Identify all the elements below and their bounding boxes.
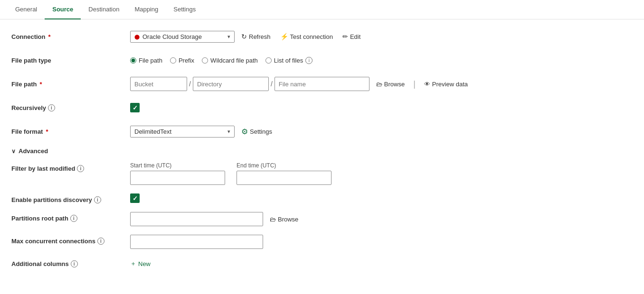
recursively-info-icon: i xyxy=(48,104,55,111)
advanced-chevron: ∨ xyxy=(11,148,16,155)
connection-controls: ⬤ Oracle Cloud Storage ▾ ↻ Refresh ⚡ Tes… xyxy=(130,31,363,43)
recursively-checkbox-container xyxy=(130,103,140,112)
browse-icon: 🗁 xyxy=(376,81,382,88)
filter-info-icon: i xyxy=(77,165,84,172)
path-sep-2: / xyxy=(271,80,273,88)
connection-dropdown-value: Oracle Cloud Storage xyxy=(142,33,225,40)
start-time-field: Start time (UTC) xyxy=(130,162,225,185)
form-body: Connection* ⬤ Oracle Cloud Storage ▾ ↻ R… xyxy=(0,19,644,288)
edit-button[interactable]: ✏ Edit xyxy=(340,31,363,42)
max-connections-label: Max concurrent connections i xyxy=(11,235,130,245)
filter-label: Filter by last modified i xyxy=(11,162,130,172)
advanced-header[interactable]: ∨ Advanced xyxy=(11,147,633,155)
preview-data-button[interactable]: 👁 Preview data xyxy=(421,79,471,90)
test-icon: ⚡ xyxy=(280,33,288,40)
refresh-icon: ↻ xyxy=(241,33,247,40)
file-format-row: File format* DelimitedText ▾ ⚙ Settings xyxy=(11,124,633,139)
recursively-checkbox[interactable] xyxy=(130,103,140,112)
browse-button[interactable]: 🗁 Browse xyxy=(373,79,407,90)
partitions-row: Enable partitions discovery i xyxy=(11,193,633,203)
additional-columns-controls: ＋ New xyxy=(130,257,151,270)
tab-general[interactable]: General xyxy=(8,0,45,19)
file-path-row: File path* / / 🗁 Browse | 👁 Preview data xyxy=(11,76,633,92)
filter-row: Filter by last modified i Start time (UT… xyxy=(11,162,633,185)
advanced-section: ∨ Advanced Filter by last modified i Sta… xyxy=(11,147,633,270)
partitions-checkbox[interactable] xyxy=(130,193,140,203)
preview-icon: 👁 xyxy=(424,81,430,88)
tab-source[interactable]: Source xyxy=(45,0,81,19)
max-connections-row: Max concurrent connections i xyxy=(11,235,633,249)
partitions-root-label: Partitions root path i xyxy=(11,212,130,222)
file-format-value: DelimitedText xyxy=(134,128,225,135)
path-inputs: / / xyxy=(130,77,369,91)
file-path-controls: / / 🗁 Browse | 👁 Preview data xyxy=(130,77,471,91)
tab-destination[interactable]: Destination xyxy=(81,0,127,19)
radio-wildcard[interactable]: Wildcard file path xyxy=(202,57,258,64)
file-path-label: File path* xyxy=(11,81,130,88)
end-time-label: End time (UTC) xyxy=(237,162,331,169)
plus-icon: ＋ xyxy=(130,259,136,268)
tab-bar: General Source Destination Mapping Setti… xyxy=(0,0,644,19)
path-divider: | xyxy=(411,79,417,89)
start-time-label: Start time (UTC) xyxy=(130,162,225,169)
partitions-info-icon: i xyxy=(94,196,101,203)
additional-columns-row: Additional columns i ＋ New xyxy=(11,257,633,270)
partitions-root-info-icon: i xyxy=(70,215,77,222)
file-format-dropdown[interactable]: DelimitedText ▾ xyxy=(130,126,235,138)
settings-icon: ⚙ xyxy=(241,127,248,136)
file-format-label: File format* xyxy=(11,128,130,135)
time-pair: Start time (UTC) End time (UTC) xyxy=(130,162,331,185)
bucket-input[interactable] xyxy=(130,77,187,91)
partitions-browse-button[interactable]: 🗁 Browse xyxy=(267,214,301,225)
format-settings-button[interactable]: ⚙ Settings xyxy=(238,125,275,138)
partitions-root-input[interactable] xyxy=(130,212,263,226)
partitions-checkbox-container xyxy=(130,193,140,203)
start-time-input[interactable] xyxy=(130,171,225,185)
partitions-label: Enable partitions discovery i xyxy=(11,193,130,203)
file-path-type-label: File path type xyxy=(11,57,130,64)
connection-label: Connection* xyxy=(11,33,130,40)
advanced-inner: Filter by last modified i Start time (UT… xyxy=(11,162,633,270)
directory-input[interactable] xyxy=(193,77,269,91)
partitions-browse-icon: 🗁 xyxy=(270,216,276,223)
end-time-input[interactable] xyxy=(237,171,331,185)
additional-columns-info-icon: i xyxy=(71,260,78,267)
radio-listoffiles[interactable]: List of files i xyxy=(265,57,313,64)
recursively-label: Recursively i xyxy=(11,104,130,111)
max-connections-info-icon: i xyxy=(97,238,104,245)
additional-columns-label: Additional columns i xyxy=(11,257,130,267)
new-column-button[interactable]: ＋ New xyxy=(130,257,151,270)
partitions-root-controls: 🗁 Browse xyxy=(130,212,301,226)
tab-settings[interactable]: Settings xyxy=(166,0,203,19)
listoffiles-info-icon: i xyxy=(305,57,313,64)
max-connections-input[interactable] xyxy=(130,235,263,249)
file-path-type-row: File path type File path Prefix Wildcard… xyxy=(11,53,633,68)
connection-row: Connection* ⬤ Oracle Cloud Storage ▾ ↻ R… xyxy=(11,29,633,44)
file-path-type-group: File path Prefix Wildcard file path List… xyxy=(130,57,313,64)
connection-dropdown-chevron: ▾ xyxy=(227,34,230,40)
refresh-button[interactable]: ↻ Refresh xyxy=(238,31,274,42)
recursively-row: Recursively i xyxy=(11,100,633,115)
radio-prefix[interactable]: Prefix xyxy=(170,57,194,64)
path-sep-1: / xyxy=(189,80,191,88)
edit-icon: ✏ xyxy=(342,33,348,40)
connection-dropdown-icon: ⬤ xyxy=(134,34,140,39)
filename-input[interactable] xyxy=(275,77,369,91)
file-format-chevron: ▾ xyxy=(227,129,230,135)
max-connections-controls xyxy=(130,235,263,249)
end-time-field: End time (UTC) xyxy=(237,162,331,185)
file-format-controls: DelimitedText ▾ ⚙ Settings xyxy=(130,125,275,138)
filter-controls: Start time (UTC) End time (UTC) xyxy=(130,162,331,185)
radio-filepath[interactable]: File path xyxy=(130,57,162,64)
connection-dropdown[interactable]: ⬤ Oracle Cloud Storage ▾ xyxy=(130,31,235,43)
partitions-root-row: Partitions root path i 🗁 Browse xyxy=(11,212,633,226)
test-connection-button[interactable]: ⚡ Test connection xyxy=(277,31,336,42)
tab-mapping[interactable]: Mapping xyxy=(127,0,166,19)
